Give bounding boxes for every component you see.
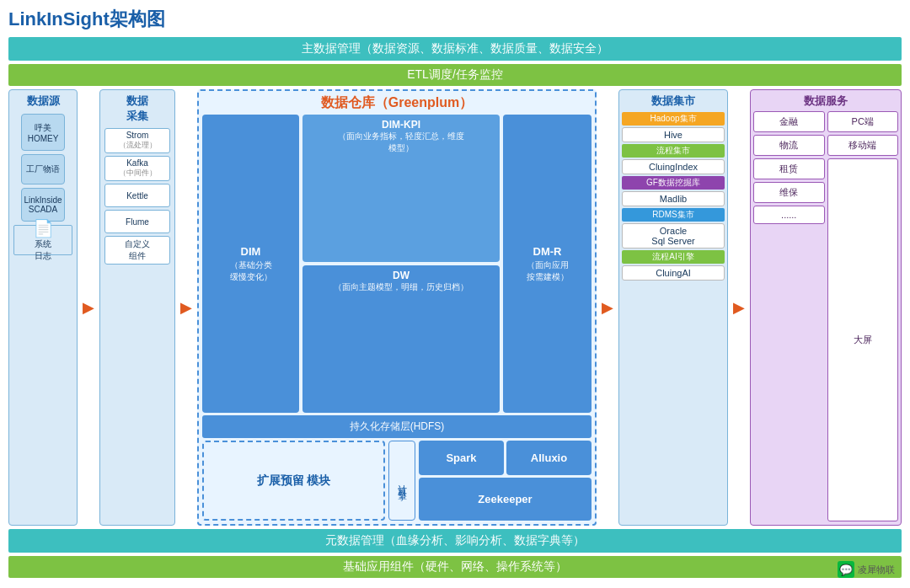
datamart-title: 数据集市	[622, 94, 725, 109]
warehouse-title: 数据仓库（Greenplum）	[202, 94, 592, 112]
mart-madlib: Madlib	[622, 191, 725, 206]
wh-dim: DIM （基础分类缓慢变化）	[202, 115, 299, 413]
coll-flume: Flume	[104, 210, 170, 233]
datasource-title: 数据源	[27, 94, 60, 109]
coll-custom: 自定义组件	[104, 236, 170, 265]
service-more: ......	[753, 206, 825, 224]
mart-rdms-label: RDMS集市	[622, 208, 725, 222]
master-data-banner: 主数据管理（数据资源、数据标准、数据质量、数据安全）	[8, 37, 902, 61]
arrow-wh-to-mart: ▶	[600, 298, 615, 317]
ds-homey: 呼美HOMEY	[21, 114, 65, 151]
service-col2: PC端 移动端 大屏	[827, 111, 899, 521]
ds-linkinside: LinkInsideSCADA	[21, 188, 65, 222]
calc-section: 计 算 引 擎	[388, 441, 415, 521]
dataservice-title: 数据服务	[753, 94, 898, 109]
coll-kafka: Kafka（中间件）	[104, 156, 170, 181]
infra-banner: 基础应用组件（硬件、网络、操作系统等）	[8, 556, 902, 578]
ds-syslog: 📄 系统日志	[13, 225, 72, 255]
mart-oracle: OracleSql Server	[622, 223, 725, 249]
arrow-coll-to-wh: ▶	[179, 298, 194, 317]
persist-bar: 持久化存储层(HDFS)	[202, 415, 592, 438]
service-maintenance: 维保	[753, 182, 825, 203]
wh-dim-kpi: DIM-KPI （面向业务指标，轻度汇总，维度模型）	[302, 115, 500, 262]
mart-ai-label: 流程AI引擎	[622, 250, 725, 264]
coll-kettle: Kettle	[104, 184, 170, 207]
warehouse-section: 数据仓库（Greenplum） DIM （基础分类缓慢变化） DIM-KPI （…	[197, 89, 597, 526]
service-finance: 金融	[753, 111, 825, 132]
zeekeeper-box: Zeekeeper	[419, 478, 592, 521]
service-col1: 金融 物流 租赁 维保 ......	[753, 111, 825, 521]
coll-strom: Strom（流处理）	[104, 128, 170, 153]
collection-title: 数据采集	[126, 94, 148, 124]
spark-box: Spark	[419, 441, 504, 475]
mart-gf-label: GF数据挖掘库	[622, 176, 725, 190]
arrow-ds-to-coll: ▶	[81, 298, 96, 317]
mart-stream-label: 流程集市	[622, 144, 725, 158]
mart-hive: Hive	[622, 127, 725, 142]
service-bigscreen: 大屏	[827, 158, 899, 521]
service-pc: PC端	[827, 111, 899, 132]
watermark: 💬 凌犀物联	[838, 561, 895, 578]
service-mobile: 移动端	[827, 135, 899, 156]
arrow-mart-to-service: ▶	[731, 298, 747, 317]
wh-dw: DW （面向主题模型，明细，历史归档）	[302, 265, 500, 413]
mart-hadoop-label: Hadoop集市	[622, 112, 725, 126]
ds-factory: 工厂物语	[21, 154, 65, 184]
metadata-banner: 元数据管理（血缘分析、影响分析、数据字典等）	[8, 529, 902, 553]
watermark-text: 凌犀物联	[858, 564, 895, 576]
wh-dm-r: DM-R （面向应用按需建模）	[503, 115, 592, 413]
wechat-icon: 💬	[838, 561, 854, 578]
mart-cluing-index: CluingIndex	[622, 159, 725, 174]
dataservice-section: 数据服务 金融 物流 租赁 维保 ...... PC端 移动端 大屏	[750, 89, 902, 526]
service-logistics: 物流	[753, 135, 825, 156]
collection-section: 数据采集 Strom（流处理） Kafka（中间件） Kettle Flume …	[99, 89, 175, 526]
expand-box: 扩展预留 模块	[202, 441, 385, 521]
etl-banner: ETL调度/任务监控	[8, 64, 902, 86]
service-rental: 租赁	[753, 158, 825, 179]
alluxio-box: Alluxio	[506, 441, 592, 475]
mart-cluing-ai: CluingAI	[622, 265, 725, 281]
compute-group: Spark Alluxio Zeekeeper	[419, 441, 592, 521]
datamart-section: 数据集市 Hadoop集市 Hive 流程集市 CluingIndex GF数据…	[618, 89, 728, 526]
datasource-section: 数据源 呼美HOMEY 工厂物语 LinkInsideSCADA 📄 系统日志	[8, 89, 78, 526]
page-title: LinkInSight架构图	[8, 7, 902, 32]
